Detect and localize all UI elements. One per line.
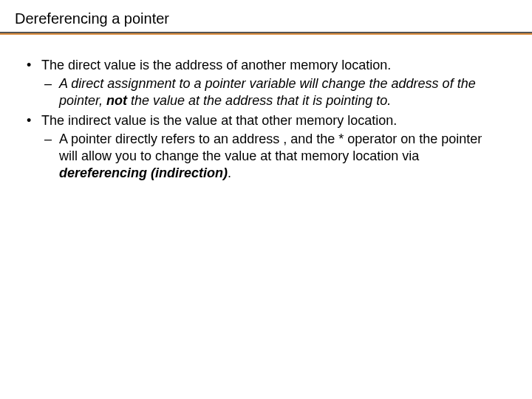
bullet-1: The direct value is the address of anoth… (22, 57, 502, 109)
bullet-1-sub-run3: the value at the address that it is poin… (127, 93, 391, 108)
bullet-1-sub: A direct assignment to a pointer variabl… (41, 75, 502, 109)
slide-body: The direct value is the address of anoth… (0, 35, 532, 182)
bullet-2-sublist: A pointer directly refers to an address … (41, 131, 502, 182)
bullet-1-sub-run2: not (106, 93, 127, 108)
bullet-list: The direct value is the address of anoth… (22, 57, 502, 182)
slide: Dereferencing a pointer The direct value… (0, 0, 532, 399)
bullet-2-sub: A pointer directly refers to an address … (41, 131, 502, 182)
bullet-1-sublist: A direct assignment to a pointer variabl… (41, 75, 502, 109)
bullet-2-sub-run3: . (228, 166, 231, 180)
bullet-2: The indirect value is the value at that … (22, 112, 502, 182)
bullet-2-sub-run1: A pointer directly refers to an address … (59, 132, 482, 163)
slide-title: Dereferencing a pointer (0, 0, 532, 32)
bullet-1-text: The direct value is the address of anoth… (41, 58, 391, 72)
bullet-2-text: The indirect value is the value at that … (41, 113, 397, 128)
bullet-2-sub-run2: dereferencing (indirection) (59, 166, 228, 180)
